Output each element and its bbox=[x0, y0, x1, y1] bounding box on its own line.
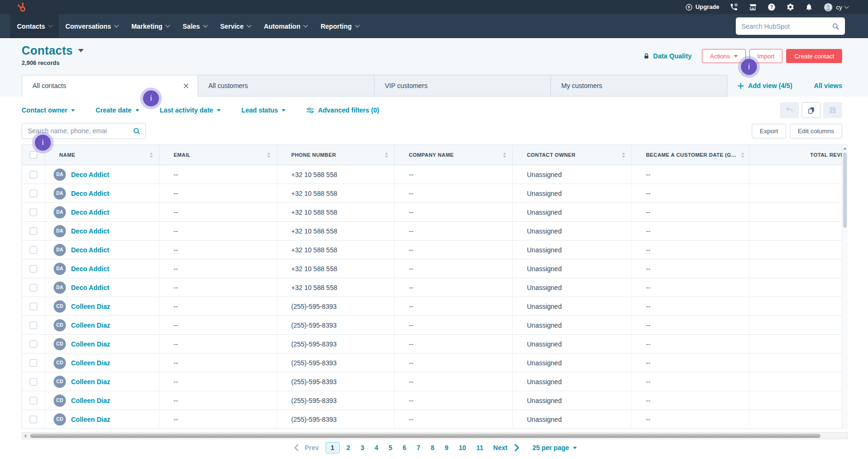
row-checkbox[interactable] bbox=[30, 265, 37, 273]
contact-name-link[interactable]: Deco Addict bbox=[71, 284, 109, 291]
row-checkbox[interactable] bbox=[30, 340, 37, 348]
row-checkbox[interactable] bbox=[30, 322, 37, 329]
contact-name-link[interactable]: Deco Addict bbox=[71, 265, 109, 273]
global-search-input[interactable] bbox=[741, 23, 832, 30]
nav-item-reporting[interactable]: Reporting bbox=[314, 14, 365, 38]
view-tab[interactable]: All customers bbox=[198, 75, 374, 97]
export-button[interactable]: Export bbox=[752, 124, 786, 138]
page-button-3[interactable]: 3 bbox=[355, 442, 369, 453]
calling-icon[interactable] bbox=[730, 3, 738, 11]
view-tab[interactable]: All contacts bbox=[22, 75, 198, 97]
row-checkbox[interactable] bbox=[30, 227, 37, 235]
row-checkbox[interactable] bbox=[30, 397, 37, 404]
save-view-button[interactable] bbox=[823, 102, 842, 118]
page-button-9[interactable]: 9 bbox=[439, 442, 454, 453]
filter-dropdown[interactable]: Lead status bbox=[241, 106, 286, 114]
help-icon[interactable]: ? bbox=[767, 3, 776, 11]
row-checkbox[interactable] bbox=[30, 171, 37, 178]
nav-item-contacts[interactable]: Contacts bbox=[10, 14, 59, 38]
contact-name-link[interactable]: Colleen Diaz bbox=[71, 340, 110, 348]
next-page-chevron[interactable] bbox=[511, 442, 522, 454]
add-view-button[interactable]: Add view (4/5) bbox=[738, 82, 792, 89]
nav-item-automation[interactable]: Automation bbox=[257, 14, 314, 38]
view-tab[interactable]: VIP customers bbox=[374, 75, 551, 97]
column-header[interactable]: PHONE NUMBER bbox=[277, 145, 394, 165]
column-header[interactable]: CONTACT OWNER bbox=[512, 145, 631, 165]
marketplace-icon[interactable] bbox=[749, 3, 757, 11]
data-quality-link[interactable]: Data Quality bbox=[643, 52, 692, 60]
contact-name-link[interactable]: Colleen Diaz bbox=[71, 359, 110, 367]
close-icon[interactable] bbox=[182, 82, 190, 90]
contact-name-link[interactable]: Deco Addict bbox=[71, 227, 109, 235]
edit-columns-button[interactable]: Edit columns bbox=[790, 124, 842, 138]
contact-name-link[interactable]: Colleen Diaz bbox=[71, 378, 110, 386]
page-button-8[interactable]: 8 bbox=[425, 442, 439, 453]
row-checkbox[interactable] bbox=[30, 284, 37, 291]
user-menu[interactable]: cy bbox=[823, 2, 848, 12]
filter-dropdown[interactable]: Create date bbox=[96, 106, 139, 114]
info-marker[interactable]: i bbox=[35, 135, 51, 151]
page-button-1[interactable]: 1 bbox=[326, 442, 340, 453]
column-header[interactable]: NAME bbox=[45, 145, 159, 165]
horizontal-scrollbar[interactable] bbox=[22, 432, 848, 439]
undo-button[interactable] bbox=[780, 102, 799, 118]
view-tab[interactable]: My customers bbox=[551, 75, 727, 97]
notifications-icon[interactable] bbox=[805, 3, 813, 11]
page-button-7[interactable]: 7 bbox=[412, 442, 426, 453]
row-checkbox[interactable] bbox=[30, 246, 37, 254]
filter-dropdown[interactable]: Last activity date bbox=[160, 106, 221, 114]
vertical-scrollbar[interactable] bbox=[842, 145, 848, 429]
column-header[interactable]: TOTAL REVE bbox=[749, 145, 847, 165]
actions-button[interactable]: Actions bbox=[702, 49, 746, 63]
hubspot-logo[interactable] bbox=[17, 1, 27, 13]
nav-item-conversations[interactable]: Conversations bbox=[59, 14, 125, 38]
contact-name-link[interactable]: Colleen Diaz bbox=[71, 416, 110, 423]
contact-name-link[interactable]: Deco Addict bbox=[71, 246, 109, 254]
scroll-up-icon[interactable] bbox=[843, 147, 847, 150]
page-button-5[interactable]: 5 bbox=[383, 442, 398, 453]
contact-name-link[interactable]: Colleen Diaz bbox=[71, 303, 110, 310]
contact-name-link[interactable]: Deco Addict bbox=[71, 190, 109, 197]
contact-name-link[interactable]: Colleen Diaz bbox=[71, 397, 110, 404]
row-checkbox[interactable] bbox=[30, 209, 37, 216]
contact-search-input[interactable] bbox=[28, 127, 133, 135]
filter-dropdown[interactable]: Contact owner bbox=[22, 106, 75, 114]
nav-item-sales[interactable]: Sales bbox=[176, 14, 214, 38]
select-all-checkbox[interactable] bbox=[30, 151, 37, 159]
create-contact-button[interactable]: Create contact bbox=[786, 49, 842, 63]
column-header[interactable]: COMPANY NAME bbox=[394, 145, 512, 165]
next-page-button[interactable]: Next bbox=[493, 444, 507, 451]
all-views-link[interactable]: All views bbox=[814, 82, 842, 89]
scroll-left-icon[interactable] bbox=[24, 434, 26, 438]
object-type-dropdown[interactable]: Contacts bbox=[22, 44, 84, 57]
contact-name-link[interactable]: Deco Addict bbox=[71, 171, 109, 178]
row-checkbox[interactable] bbox=[30, 190, 37, 197]
prev-page-button[interactable]: Prev bbox=[304, 444, 319, 451]
info-marker[interactable]: i bbox=[143, 90, 159, 106]
row-checkbox[interactable] bbox=[30, 359, 37, 367]
vertical-scroll-thumb[interactable] bbox=[843, 153, 847, 228]
column-header[interactable]: EMAIL bbox=[159, 145, 277, 165]
page-button-11[interactable]: 11 bbox=[471, 442, 489, 453]
prev-page-chevron[interactable] bbox=[291, 442, 302, 453]
contact-name-link[interactable]: Colleen Diaz bbox=[71, 322, 110, 329]
page-button-6[interactable]: 6 bbox=[398, 442, 412, 453]
advanced-filters-button[interactable]: Advanced filters (0) bbox=[306, 106, 379, 114]
page-button-2[interactable]: 2 bbox=[342, 442, 356, 453]
copy-view-button[interactable] bbox=[802, 102, 820, 118]
row-checkbox[interactable] bbox=[30, 303, 37, 310]
nav-item-marketing[interactable]: Marketing bbox=[125, 14, 176, 38]
row-checkbox[interactable] bbox=[30, 416, 37, 423]
settings-icon[interactable] bbox=[786, 3, 795, 11]
upgrade-button[interactable]: Upgrade bbox=[685, 4, 719, 11]
horizontal-scroll-thumb[interactable] bbox=[30, 434, 820, 438]
nav-item-service[interactable]: Service bbox=[214, 14, 257, 38]
column-header[interactable]: BECAME A CUSTOMER DATE (G… bbox=[631, 145, 749, 165]
per-page-dropdown[interactable]: 25 per page bbox=[533, 444, 577, 451]
info-marker[interactable]: i bbox=[741, 59, 757, 75]
global-search[interactable] bbox=[736, 17, 845, 35]
contact-name-link[interactable]: Deco Addict bbox=[71, 209, 109, 216]
page-button-4[interactable]: 4 bbox=[369, 442, 383, 453]
row-checkbox[interactable] bbox=[30, 378, 37, 386]
page-button-10[interactable]: 10 bbox=[454, 442, 471, 453]
